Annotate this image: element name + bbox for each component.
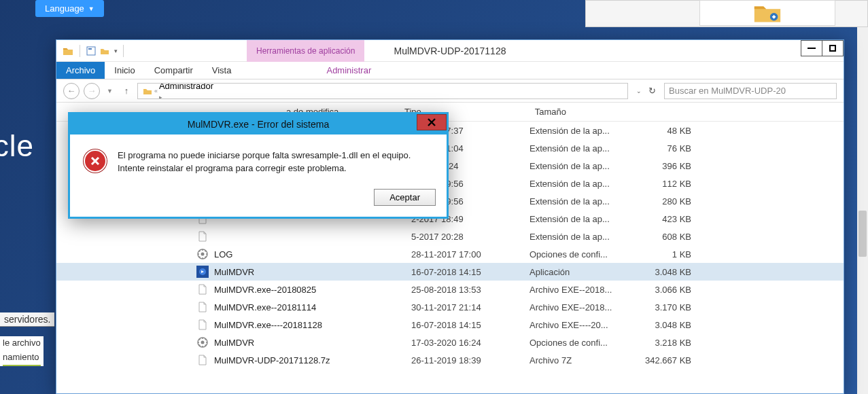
file-size: 280 KB [637, 196, 702, 207]
file-type: Extensión de la ap... [530, 232, 637, 242]
refresh-icon[interactable]: ↻ [648, 86, 656, 96]
separator [123, 45, 124, 57]
table-row[interactable]: 5-2017 20:28Extensión de la ap...608 KB [56, 228, 844, 245]
file-size: 3.170 KB [637, 302, 702, 312]
tab-file[interactable]: Archivo [56, 62, 105, 79]
ribbon-tabs: Archivo Inicio Compartir Vista Administr… [56, 62, 844, 79]
file-icon [196, 283, 209, 296]
tab-home[interactable]: Inicio [105, 62, 144, 79]
chevron-down-icon[interactable]: ⌄ [636, 88, 642, 94]
table-row[interactable]: MulMDVR.exe--2018111430-11-2017 21:14Arc… [56, 298, 844, 316]
qat-dropdown-icon[interactable]: ▾ [114, 48, 118, 54]
file-size: 3.066 KB [637, 285, 702, 295]
scrollbar-thumb[interactable] [858, 211, 867, 257]
language-label: Language [45, 3, 84, 14]
col-size[interactable]: Tamaño [512, 107, 577, 117]
nav-bar: ← → ▼ ↑ « Disco local (C:) ▸ Usuarios ▸ … [56, 79, 844, 103]
back-button[interactable]: ← [63, 83, 80, 99]
folder-icon [62, 45, 74, 57]
file-type: Extensión de la ap... [530, 161, 637, 171]
qat-newfolder-icon[interactable] [99, 46, 110, 56]
file-name: MulMDVR [214, 267, 411, 277]
file-date: 16-07-2018 14:15 [411, 267, 530, 277]
tab-view[interactable]: Vista [203, 62, 241, 79]
file-date: 30-11-2017 21:14 [411, 302, 530, 312]
file-size: 1 KB [637, 249, 702, 259]
chevron-right-icon[interactable]: ▸ [159, 94, 162, 99]
svg-point-4 [201, 253, 205, 256]
quick-access-toolbar: ▾ [56, 45, 132, 57]
ok-button[interactable]: Aceptar [374, 189, 436, 206]
file-size: 3.048 KB [637, 267, 702, 277]
breadcrumb-bar[interactable]: « Disco local (C:) ▸ Usuarios ▸ Administ… [137, 83, 628, 99]
file-type: Extensión de la ap... [530, 143, 637, 154]
file-date: 28-11-2017 17:00 [411, 249, 530, 259]
file-type: Archivo EXE--2018... [530, 302, 637, 312]
file-type: Extensión de la ap... [530, 126, 637, 136]
chevron-down-icon: ▼ [88, 5, 94, 12]
dialog-message: El programa no puede iniciarse porque fa… [118, 149, 433, 175]
window-buttons [801, 40, 844, 56]
file-size: 423 KB [637, 214, 702, 224]
file-icon [196, 248, 209, 260]
up-button[interactable]: ↑ [120, 86, 133, 96]
file-name: MulMDVR-UDP-20171128.7z [214, 355, 411, 365]
table-row[interactable]: LOG28-11-2017 17:00Opciones de confi...1… [56, 245, 844, 263]
file-size: 396 KB [637, 161, 702, 171]
bg-textblock: le archivo namiento [0, 336, 44, 366]
history-dropdown-icon[interactable]: ▼ [104, 88, 116, 94]
file-type: Opciones de confi... [530, 249, 637, 259]
minimize-button[interactable] [801, 40, 822, 56]
file-icon [196, 336, 209, 348]
file-name: MulMDVR.exe----20181128 [214, 320, 411, 330]
tab-manage[interactable]: Administrar [317, 62, 381, 79]
file-date: 5-2017 20:28 [411, 232, 530, 242]
svg-point-8 [201, 341, 205, 344]
qat-properties-icon[interactable] [86, 46, 97, 56]
file-icon [196, 319, 209, 331]
close-icon [426, 118, 437, 126]
file-date: 25-08-2018 13:53 [411, 285, 530, 295]
file-size: 342.667 KB [637, 355, 702, 365]
right-scrollbar[interactable] [857, 27, 868, 394]
file-name: MulMDVR.exe--20181114 [214, 302, 411, 312]
separator [80, 45, 80, 57]
language-button[interactable]: Language ▼ [35, 0, 104, 17]
dialog-body: El programa no puede iniciarse porque fa… [70, 135, 447, 183]
error-icon [84, 149, 107, 173]
file-type: Extensión de la ap... [530, 179, 637, 189]
file-type: Extensión de la ap... [530, 214, 637, 224]
table-row[interactable]: MulMDVR.exe--2018082525-08-2018 13:53Arc… [56, 281, 844, 298]
window-title: MulMDVR-UDP-20171128 [394, 46, 506, 56]
chevron-left-icon[interactable]: « [154, 88, 158, 94]
file-icon [196, 266, 209, 278]
close-button[interactable] [417, 114, 447, 130]
bg-servidores: servidores. [0, 312, 54, 327]
table-row[interactable]: MulMDVR16-07-2018 14:15Aplicación3.048 K… [56, 263, 844, 281]
table-row[interactable]: MulMDVR.exe----2018112816-07-2018 14:15A… [56, 316, 844, 334]
file-size: 608 KB [637, 232, 702, 242]
file-size: 48 KB [637, 126, 702, 136]
file-name: MulMDVR.exe--20180825 [214, 285, 411, 295]
folder-thumbnail [699, 0, 835, 26]
tab-share[interactable]: Compartir [145, 62, 203, 79]
file-date: 17-03-2020 16:24 [411, 338, 530, 348]
file-type: Archivo EXE--2018... [530, 285, 637, 295]
file-size: 3.048 KB [637, 320, 702, 330]
table-row[interactable]: MulMDVR-UDP-20171128.7z26-11-2019 18:39A… [56, 351, 844, 369]
breadcrumb-item[interactable]: Administrador [159, 83, 263, 91]
file-icon [196, 354, 209, 366]
file-type: Extensión de la ap... [530, 196, 637, 207]
breadcrumb-actions: ⌄ ↻ [632, 86, 660, 96]
file-icon [196, 301, 209, 313]
dialog-titlebar: MulMDVR.exe - Error del sistema [70, 114, 447, 135]
svg-rect-2 [88, 48, 92, 50]
file-date: 16-07-2018 14:15 [411, 320, 530, 330]
file-size: 3.218 KB [637, 338, 702, 348]
file-date: 26-11-2019 18:39 [411, 355, 530, 365]
app-tools-contextual-tab[interactable]: Herramientas de aplicación [247, 40, 364, 62]
maximize-button[interactable] [822, 40, 844, 56]
search-input[interactable]: Buscar en MulMDVR-UDP-20 [664, 83, 837, 99]
table-row[interactable]: MulMDVR17-03-2020 16:24Opciones de confi… [56, 334, 844, 351]
forward-button[interactable]: → [84, 83, 100, 99]
